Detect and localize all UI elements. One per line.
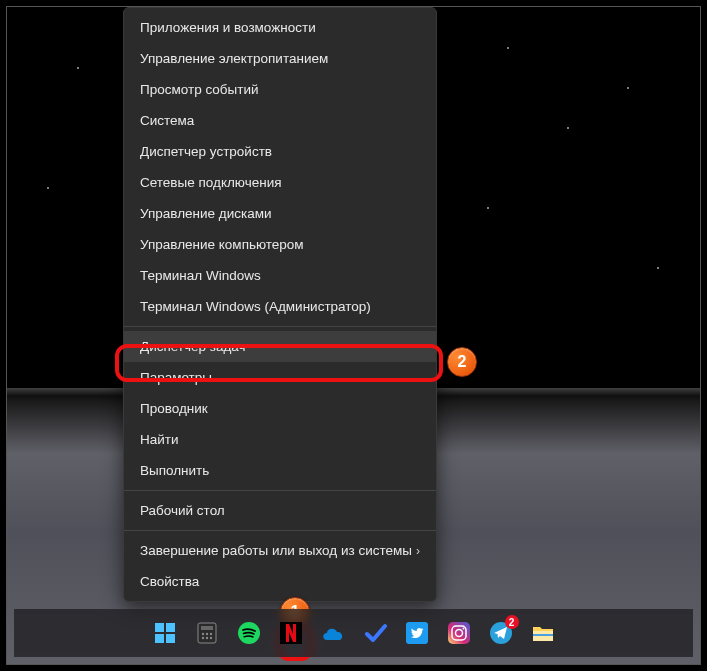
- calculator-icon: [196, 622, 218, 644]
- svg-rect-1: [166, 623, 175, 632]
- netflix-icon: [280, 622, 302, 644]
- spotify-icon: [237, 621, 261, 645]
- menu-item-label: Приложения и возможности: [140, 20, 316, 35]
- menu-item-label: Диспетчер задач: [140, 339, 246, 354]
- menu-item-16[interactable]: Завершение работы или выход из системы›: [124, 535, 436, 566]
- telegram-notification-badge: 2: [505, 615, 519, 629]
- svg-rect-0: [155, 623, 164, 632]
- menu-item-label: Система: [140, 113, 194, 128]
- menu-item-5[interactable]: Сетевые подключения: [124, 167, 436, 198]
- menu-item-7[interactable]: Управление компьютером: [124, 229, 436, 260]
- menu-item-label: Просмотр событий: [140, 82, 259, 97]
- checkmark-icon: [363, 621, 387, 645]
- menu-item-label: Выполнить: [140, 463, 209, 478]
- svg-point-10: [205, 637, 207, 639]
- menu-item-label: Терминал Windows: [140, 268, 261, 283]
- menu-item-label: Найти: [140, 432, 179, 447]
- svg-rect-21: [533, 634, 553, 636]
- menu-item-label: Терминал Windows (Администратор): [140, 299, 371, 314]
- menu-item-17[interactable]: Свойства: [124, 566, 436, 597]
- menu-item-8[interactable]: Терминал Windows: [124, 260, 436, 291]
- twitter-icon: [406, 622, 428, 644]
- menu-item-4[interactable]: Диспетчер устройств: [124, 136, 436, 167]
- instagram-icon: [448, 622, 470, 644]
- start-button[interactable]: [149, 617, 181, 649]
- menu-item-label: Управление электропитанием: [140, 51, 328, 66]
- menu-item-12[interactable]: Проводник: [124, 393, 436, 424]
- taskbar-netflix[interactable]: [275, 617, 307, 649]
- menu-item-1[interactable]: Управление электропитанием: [124, 43, 436, 74]
- cloud-icon: [320, 624, 346, 642]
- svg-rect-2: [155, 634, 164, 643]
- svg-rect-3: [166, 634, 175, 643]
- menu-item-2[interactable]: Просмотр событий: [124, 74, 436, 105]
- svg-rect-5: [201, 626, 213, 630]
- chevron-right-icon: ›: [416, 544, 420, 558]
- menu-item-9[interactable]: Терминал Windows (Администратор): [124, 291, 436, 322]
- menu-item-label: Сетевые подключения: [140, 175, 282, 190]
- taskbar: 2: [14, 609, 693, 657]
- menu-item-label: Завершение работы или выход из системы: [140, 543, 412, 558]
- menu-item-3[interactable]: Система: [124, 105, 436, 136]
- menu-item-11[interactable]: Параметры: [124, 362, 436, 393]
- menu-item-label: Диспетчер устройств: [140, 144, 272, 159]
- taskbar-explorer[interactable]: [527, 617, 559, 649]
- annotation-badge-2: 2: [447, 347, 477, 377]
- svg-point-6: [201, 633, 203, 635]
- taskbar-twitter[interactable]: [401, 617, 433, 649]
- menu-item-14[interactable]: Выполнить: [124, 455, 436, 486]
- taskbar-calculator[interactable]: [191, 617, 223, 649]
- folder-icon: [531, 622, 555, 644]
- svg-point-7: [205, 633, 207, 635]
- taskbar-telegram[interactable]: 2: [485, 617, 517, 649]
- menu-separator: [124, 490, 436, 491]
- menu-item-13[interactable]: Найти: [124, 424, 436, 455]
- menu-item-label: Управление компьютером: [140, 237, 304, 252]
- menu-item-15[interactable]: Рабочий стол: [124, 495, 436, 526]
- windows-logo-icon: [153, 621, 177, 645]
- menu-separator: [124, 530, 436, 531]
- menu-item-0[interactable]: Приложения и возможности: [124, 12, 436, 43]
- menu-item-label: Проводник: [140, 401, 208, 416]
- svg-point-18: [462, 628, 464, 630]
- start-context-menu: Приложения и возможностиУправление элект…: [123, 7, 437, 602]
- menu-item-label: Управление дисками: [140, 206, 272, 221]
- taskbar-spotify[interactable]: [233, 617, 265, 649]
- taskbar-onedrive[interactable]: [317, 617, 349, 649]
- svg-point-11: [209, 637, 211, 639]
- svg-point-8: [209, 633, 211, 635]
- taskbar-todo[interactable]: [359, 617, 391, 649]
- svg-point-9: [201, 637, 203, 639]
- menu-item-label: Свойства: [140, 574, 199, 589]
- menu-item-label: Рабочий стол: [140, 503, 225, 518]
- taskbar-instagram[interactable]: [443, 617, 475, 649]
- menu-item-10[interactable]: Диспетчер задач: [124, 331, 436, 362]
- screenshot-frame: Приложения и возможностиУправление элект…: [6, 6, 701, 665]
- menu-separator: [124, 326, 436, 327]
- menu-item-6[interactable]: Управление дисками: [124, 198, 436, 229]
- menu-item-label: Параметры: [140, 370, 212, 385]
